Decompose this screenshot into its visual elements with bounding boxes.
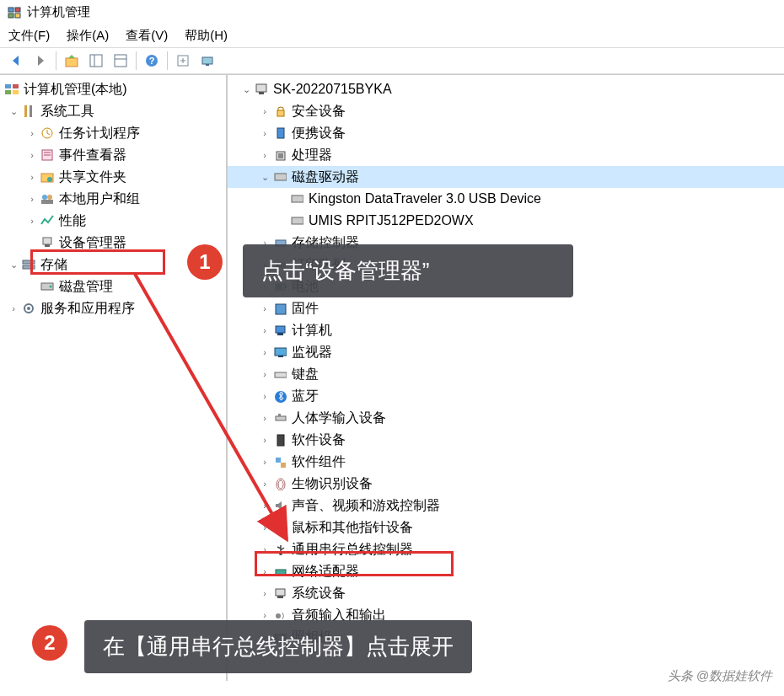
device-category[interactable]: ›生物识别设备 [228,473,784,495]
collapse-icon[interactable]: ⌄ [239,80,253,99]
expand-icon[interactable]: › [25,168,39,186]
svg-rect-29 [43,238,51,244]
device-category[interactable]: ›人体学输入设备 [228,407,784,429]
device-category[interactable]: ›鼠标和其他指针设备 [228,517,784,538]
expand-icon[interactable]: › [25,124,39,142]
device-disk-item[interactable]: Kingston DataTraveler 3.0 USB Device [228,188,784,210]
tree-disk-management[interactable]: 磁盘管理 [0,276,226,297]
menu-action[interactable]: 操作(A) [67,28,109,44]
expand-icon[interactable]: › [258,343,271,361]
device-usb-controllers[interactable]: ›通用串行总线控制器 [228,538,784,560]
expand-icon[interactable]: › [258,518,271,537]
tree-task-scheduler[interactable]: › 任务计划程序 [0,122,226,144]
tree-shared-folders[interactable]: › 共享文件夹 [0,166,226,188]
tree-local-users[interactable]: › 本地用户和组 [0,188,226,210]
components-icon [271,454,288,469]
forward-button[interactable] [30,50,51,72]
toolbar-separator [167,51,168,70]
expand-icon[interactable]: › [258,387,271,405]
expand-icon[interactable]: › [258,321,271,340]
expand-icon[interactable]: › [258,431,271,449]
svg-point-25 [47,177,52,182]
device-category[interactable]: ›网络适配器 [228,560,784,582]
menu-help[interactable]: 帮助(H) [185,28,228,44]
bluetooth-icon [271,388,288,404]
expand-icon[interactable]: › [258,584,271,602]
menu-view[interactable]: 查看(V) [126,28,168,44]
expand-icon[interactable]: › [258,365,271,383]
tree-performance[interactable]: › 性能 [0,210,226,232]
help-button[interactable]: ? [141,50,163,72]
svg-rect-38 [259,92,264,94]
device-category[interactable]: ›蓝牙 [228,385,784,407]
device-root[interactable]: ⌄ SK-20220715BYKA [228,78,784,100]
tree-label: 任务计划程序 [59,124,140,142]
svg-rect-5 [90,55,102,67]
device-category[interactable]: ›安全设备 [228,100,784,122]
expand-icon[interactable]: › [258,409,271,427]
properties-button[interactable] [110,50,132,72]
svg-rect-7 [115,55,126,67]
tree-root[interactable]: 计算机管理(本地) [0,78,226,100]
tree-services[interactable]: › 服务和应用程序 [0,297,226,319]
expand-icon[interactable]: › [25,146,39,164]
svg-rect-31 [23,260,35,264]
expand-icon[interactable]: › [258,452,271,471]
content-panes: 计算机管理(本地) ⌄ 系统工具 › 任务计划程序 › 事件查看器 › 共享文件… [0,74,784,681]
disk-drive-icon [288,191,305,206]
svg-rect-30 [45,244,50,247]
device-category[interactable]: ›固件 [228,297,784,319]
svg-rect-13 [206,64,209,66]
watermark: 头条 @数据娃软件 [668,668,772,684]
svg-text:?: ? [149,56,155,66]
device-category[interactable]: ›系统设备 [228,582,784,604]
expand-icon[interactable]: › [258,496,271,515]
action-button[interactable] [172,50,194,72]
expand-icon[interactable]: › [258,562,271,581]
device-category[interactable]: ›键盘 [228,363,784,385]
tree-event-viewer[interactable]: › 事件查看器 [0,144,226,166]
tree-label: 人体学输入设备 [292,409,386,427]
tree-label: 声音、视频和游戏控制器 [292,496,440,515]
expand-icon[interactable]: › [258,540,271,559]
expand-icon[interactable]: › [25,211,39,230]
storage-icon [20,257,37,272]
device-category[interactable]: ›监视器 [228,341,784,363]
expand-icon[interactable]: › [25,190,39,208]
tree-system-tools[interactable]: ⌄ 系统工具 [0,100,226,122]
menu-file[interactable]: 文件(F) [8,28,50,44]
security-icon [271,104,288,119]
tools-icon [20,104,37,119]
device-category[interactable]: ›声音、视频和游戏控制器 [228,495,784,517]
collapse-icon[interactable]: ⌄ [7,255,20,274]
sound-icon [271,498,288,513]
expand-icon[interactable]: › [258,102,271,120]
device-category[interactable]: ›处理器 [228,144,784,166]
tree-label: 安全设备 [292,102,346,120]
collapse-icon[interactable]: ⌄ [258,168,271,186]
svg-rect-70 [276,589,285,596]
expand-icon[interactable]: › [258,146,271,164]
device-category[interactable]: ›软件组件 [228,451,784,473]
hid-icon [271,410,288,426]
device-disk-drives[interactable]: ⌄磁盘驱动器 [228,166,784,188]
show-hide-button[interactable] [85,50,107,72]
device-disk-item[interactable]: UMIS RPITJ512PED2OWX [228,210,784,232]
pc-icon [271,323,288,338]
back-button[interactable] [5,50,27,72]
annotation-tip-2: 在【通用串行总线控制器】点击展开 [84,620,472,673]
system-icon [271,586,288,601]
expand-icon[interactable]: › [7,299,20,318]
computer-icon [253,82,270,97]
expand-icon[interactable]: › [258,474,271,493]
device-category[interactable]: ›软件设备 [228,429,784,451]
expand-icon[interactable]: › [258,124,271,142]
device-category[interactable]: ›计算机 [228,319,784,341]
tree-label: 服务和应用程序 [40,299,135,318]
device-category[interactable]: ›便携设备 [228,122,784,144]
scan-button[interactable] [196,50,218,72]
up-button[interactable] [61,50,83,72]
toolbar: ? [0,47,784,74]
collapse-icon[interactable]: ⌄ [7,102,20,120]
expand-icon[interactable]: › [258,299,271,318]
